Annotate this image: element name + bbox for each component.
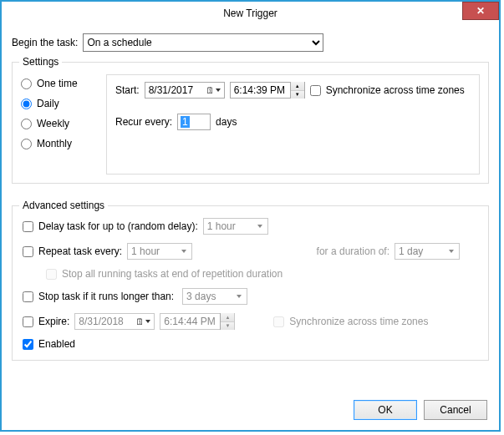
calendar-icon: 🗓	[135, 316, 150, 326]
duration-combo[interactable]: 1 day	[395, 243, 460, 260]
begin-task-label: Begin the task:	[12, 37, 78, 48]
start-date-value: 8/31/2017	[149, 84, 193, 96]
chevron-down-icon	[178, 244, 190, 259]
repeat-task-value: 1 hour	[131, 245, 160, 257]
begin-task-row: Begin the task: On a schedule	[12, 33, 489, 52]
enabled-checkbox[interactable]	[23, 339, 33, 350]
stop-long-value: 3 days	[186, 291, 216, 302]
calendar-icon: 🗓	[206, 85, 221, 95]
dialog-footer: OK Cancel	[354, 400, 487, 420]
radio-daily-label: Daily	[37, 98, 59, 109]
radio-daily[interactable]: Daily	[21, 98, 96, 109]
expire-checkbox[interactable]	[23, 316, 33, 327]
cancel-button-label: Cancel	[440, 404, 471, 416]
expire-time-value: 6:14:44 PM	[164, 316, 220, 327]
new-trigger-window: New Trigger ✕ Begin the task: On a sched…	[0, 0, 501, 432]
start-time-value: 6:14:39 PM	[234, 84, 290, 96]
stop-at-end-checkbox	[46, 269, 57, 280]
radio-weekly[interactable]: Weekly	[21, 118, 96, 129]
close-button[interactable]: ✕	[462, 2, 499, 20]
chevron-down-icon	[233, 289, 245, 304]
chevron-down-icon	[254, 219, 266, 234]
radio-one-time[interactable]: One time	[21, 78, 96, 89]
settings-group: Settings One time Daily Weekly	[12, 62, 489, 184]
stop-long-label: Stop task if it runs longer than:	[38, 291, 174, 302]
radio-monthly-input[interactable]	[21, 139, 32, 149]
schedule-radio-group: One time Daily Weekly Monthly	[21, 74, 96, 175]
stop-long-combo[interactable]: 3 days	[182, 288, 247, 305]
close-icon: ✕	[476, 5, 485, 17]
duration-label: for a duration of:	[317, 245, 389, 257]
radio-one-time-input[interactable]	[21, 78, 32, 89]
settings-right-panel: Start: 8/31/2017 🗓 6:14:39 PM ▲▼ Synchro…	[106, 74, 480, 175]
cancel-button[interactable]: Cancel	[424, 400, 487, 420]
recur-days-input[interactable]: 1	[177, 114, 211, 130]
expire-sync-tz-label: Synchronize across time zones	[289, 316, 428, 327]
stop-at-end-label: Stop all running tasks at end of repetit…	[62, 268, 283, 280]
duration-value: 1 day	[399, 245, 423, 257]
expire-sync-tz-checkbox	[273, 316, 284, 327]
settings-group-title: Settings	[19, 56, 62, 68]
time-spinner[interactable]: ▲▼	[290, 82, 304, 99]
radio-weekly-label: Weekly	[37, 118, 69, 129]
expire-time-picker[interactable]: 6:14:44 PM ▲▼	[160, 313, 235, 330]
repeat-task-label: Repeat task every:	[38, 245, 122, 257]
chevron-down-icon	[445, 244, 457, 259]
radio-monthly-label: Monthly	[37, 138, 72, 149]
radio-one-time-label: One time	[37, 78, 78, 89]
recur-unit-label: days	[216, 116, 237, 128]
repeat-task-combo[interactable]: 1 hour	[127, 243, 192, 260]
enabled-label: Enabled	[38, 338, 75, 350]
ok-button-label: OK	[378, 404, 392, 416]
delay-task-checkbox[interactable]	[23, 221, 33, 232]
window-title: New Trigger	[223, 8, 277, 19]
stop-long-checkbox[interactable]	[23, 291, 33, 302]
delay-task-combo[interactable]: 1 hour	[203, 218, 268, 235]
radio-monthly[interactable]: Monthly	[21, 138, 96, 149]
delay-task-value: 1 hour	[207, 220, 236, 232]
expire-date-picker[interactable]: 8/31/2018 🗓	[74, 313, 155, 330]
start-label: Start:	[115, 84, 140, 96]
start-date-picker[interactable]: 8/31/2017 🗓	[145, 82, 225, 99]
radio-daily-input[interactable]	[21, 99, 32, 109]
advanced-group-title: Advanced settings	[19, 200, 108, 211]
recur-days-value: 1	[181, 116, 190, 128]
time-spinner[interactable]: ▲▼	[220, 313, 234, 330]
delay-task-label: Delay task for up to (random delay):	[38, 220, 198, 232]
start-time-picker[interactable]: 6:14:39 PM ▲▼	[230, 82, 305, 99]
sync-timezones-label: Synchronize across time zones	[326, 84, 465, 96]
advanced-settings-group: Advanced settings Delay task for up to (…	[12, 205, 489, 361]
expire-date-value: 8/31/2018	[79, 316, 123, 327]
ok-button[interactable]: OK	[354, 400, 417, 420]
begin-task-select[interactable]: On a schedule	[83, 33, 323, 52]
sync-timezones-checkbox[interactable]	[310, 85, 321, 96]
recur-label: Recur every:	[115, 116, 172, 128]
expire-label: Expire:	[38, 316, 69, 327]
repeat-task-checkbox[interactable]	[23, 246, 33, 257]
titlebar: New Trigger ✕	[2, 2, 499, 25]
radio-weekly-input[interactable]	[21, 119, 32, 129]
